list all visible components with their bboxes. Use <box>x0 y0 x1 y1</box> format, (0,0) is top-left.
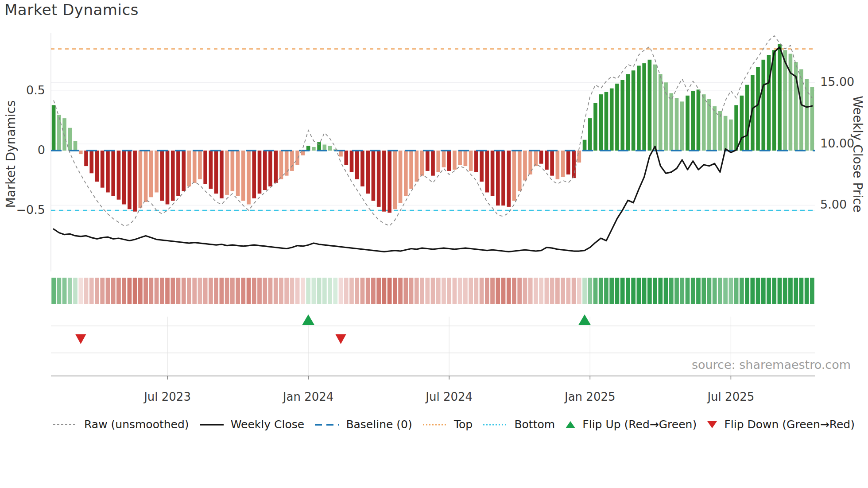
heat-strip-cell <box>453 278 457 304</box>
oscillator-bar <box>566 151 570 174</box>
heat-strip-cell <box>355 278 359 304</box>
legend-label: Baseline (0) <box>346 418 412 431</box>
heat-strip-cell <box>268 278 273 304</box>
heat-strip-cell <box>420 278 424 304</box>
heat-strip-cell <box>198 278 202 304</box>
heat-strip-cell <box>403 278 408 304</box>
oscillator-bar <box>198 151 202 179</box>
heat-strip-cell <box>322 278 327 304</box>
heat-strip-cell <box>767 278 771 304</box>
heat-strip-cell <box>388 278 392 304</box>
oscillator-bar <box>718 111 722 151</box>
heat-strip-cell <box>274 278 278 304</box>
heat-strip-cell <box>447 278 451 304</box>
heat-strip-cell <box>431 278 435 304</box>
flip-down-marker <box>336 334 346 344</box>
heat-strip-cell <box>718 278 722 304</box>
heat-strip-cell <box>501 278 506 304</box>
heat-strip-cell <box>333 278 337 304</box>
oscillator-bar <box>377 151 381 207</box>
heat-strip-cell <box>799 278 804 304</box>
heat-strip-cell <box>155 278 159 304</box>
oscillator-bar <box>545 151 549 170</box>
legend-label: Raw (unsmoothed) <box>84 418 189 431</box>
heat-strip-cell <box>241 278 245 304</box>
heat-strip-cell <box>160 278 164 304</box>
oscillator-bar <box>420 151 424 176</box>
heat-strip-cell <box>593 278 598 304</box>
oscillator-bar <box>111 151 115 196</box>
heat-strip-cell <box>220 278 224 304</box>
oscillator-bar <box>642 63 646 151</box>
oscillator-bar <box>778 44 782 151</box>
oscillator-bar <box>247 151 251 205</box>
oscillator-bar <box>355 151 359 179</box>
oscillator-bar <box>637 66 641 151</box>
heat-strip-cell <box>436 278 441 304</box>
oscillator-bar <box>263 151 267 190</box>
heat-strip-cell <box>192 278 197 304</box>
heat-strip-cell <box>328 278 332 304</box>
heat-strip-cell <box>230 278 235 304</box>
heat-strip-cell <box>664 278 668 304</box>
oscillator-bar <box>659 74 663 151</box>
oscillator-bar <box>702 94 706 151</box>
heat-strip-cell <box>371 278 376 304</box>
chart-canvas: Jul 2023Jan 2024Jul 2024Jan 2025Jul 2025… <box>0 0 868 488</box>
heat-strip-cell <box>133 278 137 304</box>
heat-strip-cell <box>409 278 414 304</box>
heat-strip-cell <box>317 278 322 304</box>
heat-strip-cell <box>311 278 316 304</box>
oscillator-bar <box>409 151 413 189</box>
oscillator-bar <box>79 151 83 154</box>
oscillator-bar <box>166 151 170 205</box>
oscillator-bar <box>697 89 701 151</box>
heat-strip-cell <box>637 278 641 304</box>
oscillator-bar <box>101 151 105 188</box>
heat-strip-cell <box>778 278 782 304</box>
legend-swatch-icon <box>482 421 508 429</box>
oscillator-bar <box>474 151 478 172</box>
heat-strip-cell <box>203 278 208 304</box>
oscillator-bar <box>561 151 565 177</box>
oscillator-bar <box>648 60 652 151</box>
heat-strip-cell <box>301 278 305 304</box>
heat-strip-cell <box>723 278 728 304</box>
oscillator-bar <box>274 151 278 183</box>
heat-strip-cell <box>349 278 354 304</box>
heat-strip-cell <box>425 278 430 304</box>
heat-strip-cell <box>480 278 484 304</box>
right-tick-label: 5.00 <box>820 198 847 211</box>
left-tick-label: 0 <box>38 143 45 157</box>
oscillator-bar <box>360 151 364 186</box>
heat-strip-cell <box>642 278 647 304</box>
oscillator-bar <box>106 151 110 193</box>
oscillator-bar <box>225 151 229 195</box>
oscillator-bar <box>556 151 560 179</box>
heat-strip-cell <box>290 278 294 304</box>
oscillator-bar <box>453 151 457 170</box>
oscillator-bar <box>528 151 532 174</box>
oscillator-bar <box>290 151 294 171</box>
oscillator-bar <box>491 151 495 196</box>
heat-strip-cell <box>783 278 787 304</box>
heat-strip-cell <box>539 278 543 304</box>
oscillator-bar <box>214 151 218 194</box>
heat-strip-cell <box>143 278 148 304</box>
heat-strip-cell <box>187 278 191 304</box>
oscillator-bar <box>680 101 684 151</box>
heat-strip-cell <box>496 278 500 304</box>
heat-strip-cell <box>68 278 72 304</box>
oscillator-bar <box>295 151 299 165</box>
heat-strip-cell <box>691 278 695 304</box>
oscillator-bar <box>691 91 695 151</box>
heat-strip-cell <box>507 278 511 304</box>
oscillator-bar <box>366 151 370 194</box>
oscillator-bar <box>799 69 803 151</box>
heat-strip-cell <box>701 278 706 304</box>
oscillator-bar <box>610 89 614 151</box>
oscillator-bar <box>729 120 733 151</box>
heat-strip-cell <box>95 278 99 304</box>
oscillator-bar <box>268 151 272 186</box>
oscillator-bar <box>431 151 435 176</box>
